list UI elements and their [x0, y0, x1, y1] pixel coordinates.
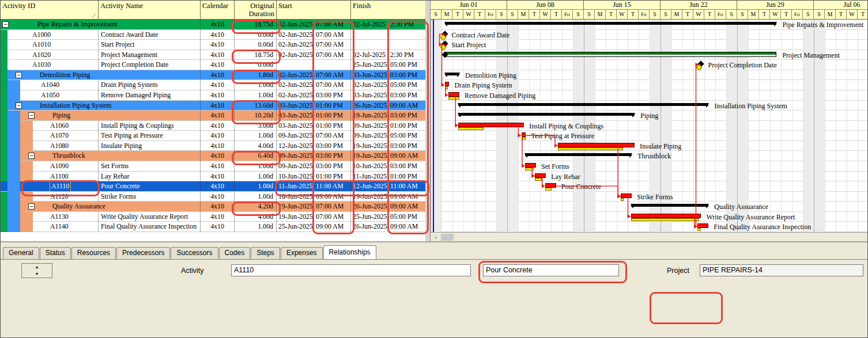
tab-steps[interactable]: Steps [251, 247, 280, 259]
activity-id-cell: −Quality Assuarance [1, 202, 201, 212]
activity-id-field[interactable]: A1110 [231, 264, 471, 276]
calendar-cell: 4x10 [201, 212, 235, 222]
activity-id-cell: A1030 [1, 60, 99, 70]
start-time: 07:00 AM [316, 30, 344, 40]
p6-application-window: Activity ID ⁄ Activity Name Calendar Ori… [0, 0, 868, 338]
timescale-day-cell: M [595, 10, 606, 20]
timescale-day-cell: T [759, 10, 770, 20]
details-tab-bar: GeneralStatusResourcesPredecessorsSucces… [3, 246, 377, 259]
start-cell: 12-Jun-202503:00 PM [277, 141, 351, 151]
activity-stepper: ▲ ▼ [21, 263, 52, 278]
column-header-calendar[interactable]: Calendar [201, 1, 235, 20]
table-row[interactable]: A1050Remove Damaged Piping4x101.00d02-Ju… [1, 90, 425, 101]
activity-table-body: −Pipe Repairs & Improvement4x1018.75d02-… [1, 20, 425, 232]
activity-id-cell: A1120 [1, 192, 99, 202]
tab-relationships[interactable]: Relationships [323, 245, 376, 259]
table-row[interactable]: A1110Pour Concrete4x101.00d11-Jun-202511… [1, 181, 425, 192]
timescale-day-cell: W [847, 10, 858, 20]
activity-name-field[interactable]: Pour Concrete [483, 264, 619, 276]
finish-time: 05:00 PM [390, 80, 417, 90]
timescale-day-cell: T [836, 10, 847, 20]
start-date: 19-Jun-2025 [278, 202, 313, 211]
table-row[interactable]: A1010Start Project4x100.00d02-Jun-202507… [1, 40, 425, 50]
activity-id-cell: −Piping [1, 111, 201, 121]
duration-cell: 0.00d [235, 40, 277, 50]
timescale-weeks[interactable]: Jun 01Jun 08Jun 15Jun 22Jun 29Jul 06 [431, 1, 868, 10]
table-row[interactable]: A1000Contract Award Date4x100.00d02-Jun-… [1, 30, 425, 40]
start-date: 12-Jun-2025 [278, 141, 313, 151]
table-row[interactable]: A1130Write Quality Assurance Report4x104… [1, 212, 425, 222]
collapse-icon[interactable]: − [28, 153, 35, 159]
link-arrow-icon [628, 214, 631, 218]
table-row[interactable]: −Pipe Repairs & Improvement4x1018.75d02-… [1, 20, 425, 30]
column-header-activity-id[interactable]: Activity ID ⁄ [1, 1, 99, 20]
tab-codes[interactable]: Codes [219, 247, 251, 259]
table-row[interactable]: A1090Set Forms4x101.00d09-Jun-202503:00 … [1, 161, 425, 172]
table-row[interactable]: A1040Drain Piping System4x101.00d02-Jun-… [1, 80, 425, 90]
activity-name-cell: Set Forms [99, 161, 201, 172]
timescale-week-cell: Jun 15 [584, 1, 661, 10]
activity-details-panel: GeneralStatusResourcesPredecessorsSucces… [1, 241, 868, 338]
tab-expenses[interactable]: Expenses [281, 247, 323, 259]
start-date: 03-Jun-2025 [278, 121, 313, 131]
timescale-day-cell: W [463, 10, 474, 20]
scrollbar-thumb[interactable] [441, 234, 454, 241]
timescale-day-cell: S [803, 10, 814, 20]
start-date: 02-Jun-2025 [278, 40, 313, 50]
next-activity-button[interactable]: ▼ [22, 271, 52, 278]
table-row[interactable]: −Demolition Piping4x101.80d02-Jun-202507… [1, 70, 425, 81]
gantt-horizontal-scrollbar[interactable]: ‹ [431, 232, 868, 241]
timescale-days[interactable]: SMTWTFriSSMTWTFriSSMTWTFriSSMTWTFriSSMTW… [431, 10, 868, 20]
table-row[interactable]: −Thrustblock4x106.40d09-Jun-202503:00 PM… [1, 151, 425, 161]
scroll-left-icon[interactable]: ‹ [432, 233, 440, 241]
tab-status[interactable]: Status [40, 247, 71, 259]
activity-id-cell: A1100 [1, 172, 99, 182]
start-time: 07:00 AM [316, 40, 344, 50]
collapse-icon[interactable]: − [16, 102, 22, 109]
table-row[interactable]: A1140Final Quality Assurance Inspection4… [1, 222, 425, 232]
activity-id: A1050 [41, 90, 59, 100]
table-row[interactable]: A1120Strike Forms4x101.00d18-Jun-202509:… [1, 192, 425, 202]
table-row[interactable]: A1100Lay Rebar4x101.00d10-Jun-202501:00 … [1, 172, 425, 182]
activity-id-cell: A1020 [1, 50, 99, 60]
relationship-link [542, 176, 546, 187]
collapse-icon[interactable]: − [28, 112, 35, 119]
column-header-original-duration[interactable]: Original Duration [235, 1, 277, 20]
calendar-cell: 4x10 [201, 40, 235, 50]
start-time: 07:00 AM [316, 20, 344, 29]
duration-cell: 1.00d [235, 172, 277, 182]
table-vertical-scrollbar[interactable] [425, 1, 431, 241]
tab-predecessors[interactable]: Predecessors [116, 247, 170, 259]
collapse-icon[interactable]: − [2, 21, 9, 28]
table-row[interactable]: −Quality Assuarance4x104.20d19-Jun-20250… [1, 202, 425, 212]
table-row[interactable]: −Installation Piping System4x1013.60d03-… [1, 101, 425, 111]
tab-general[interactable]: General [3, 247, 39, 259]
relationship-link [455, 95, 459, 126]
activity-id-cell: A1130 [1, 212, 99, 222]
tab-resources[interactable]: Resources [71, 247, 116, 259]
column-header-start[interactable]: Start [277, 1, 351, 20]
gantt-chart: Jun 01Jun 08Jun 15Jun 22Jun 29Jul 06 SMT… [431, 1, 868, 241]
table-row[interactable]: A1070Test Piping at Pressure4x101.00d09-… [1, 131, 425, 141]
finish-time: 01:00 PM [390, 121, 417, 131]
column-header-finish[interactable]: Finish [351, 1, 425, 20]
tab-successors[interactable]: Successors [171, 247, 218, 259]
finish-date: 03-Jun-2025 [353, 90, 387, 100]
link-arrow-icon [522, 164, 525, 168]
column-header-activity-name[interactable]: Activity Name [99, 1, 201, 20]
calendar-cell: 4x10 [201, 101, 235, 111]
start-time: 01:00 PM [316, 172, 343, 181]
collapse-icon[interactable]: − [28, 203, 35, 210]
finish-cell: 09-Jun-202501:00 PM [351, 121, 425, 131]
table-row[interactable]: A1020Project Management4x1018.75d02-Jun-… [1, 50, 425, 60]
table-row[interactable]: A1080Insulate Piping4x104.00d12-Jun-2025… [1, 141, 425, 151]
finish-cell: 02-Jun-202505:00 PM [351, 80, 425, 90]
activity-id-cell: −Pipe Repairs & Improvement [1, 20, 201, 30]
table-row[interactable]: −Piping4x1010.20d03-Jun-202501:00 PM19-J… [1, 111, 425, 121]
table-row[interactable]: A1060Install Piping & Couplings4x103.00d… [1, 121, 425, 131]
start-cell: 11-Jun-202511:00 AM [277, 181, 351, 192]
finish-date: 25-Jun-2025 [353, 60, 387, 70]
finish-time: 05:00 PM [390, 131, 417, 140]
table-row[interactable]: A1030Project Completion Date4x100.00d25-… [1, 60, 425, 70]
collapse-icon[interactable]: − [16, 72, 22, 78]
